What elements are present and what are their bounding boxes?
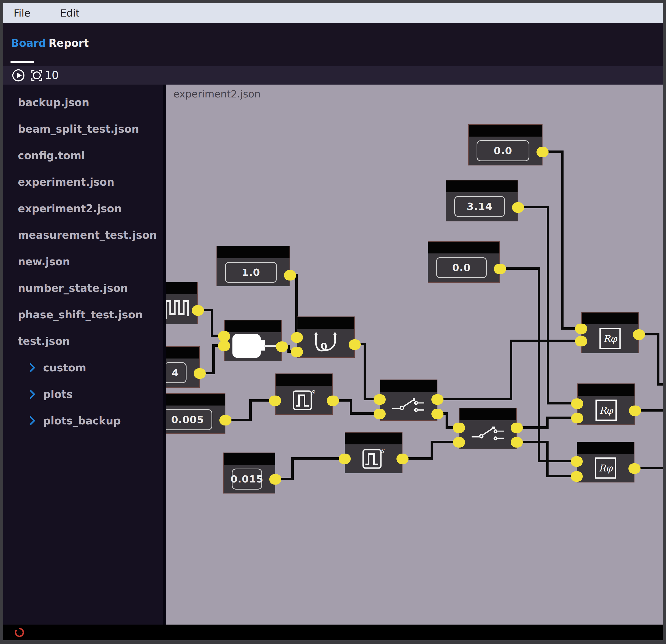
input-port[interactable] bbox=[218, 331, 230, 341]
input-port[interactable] bbox=[373, 394, 386, 405]
sidebar-file-new.json[interactable]: new.json bbox=[18, 255, 70, 268]
sidebar-file-phase_shift_test.json[interactable]: phase_shift_test.json bbox=[18, 308, 143, 321]
output-port[interactable] bbox=[349, 339, 361, 350]
node-number-mid[interactable]: 0.0 bbox=[428, 241, 500, 283]
output-port[interactable] bbox=[633, 329, 645, 340]
output-port[interactable] bbox=[629, 406, 641, 416]
node-header[interactable] bbox=[224, 453, 275, 465]
node-header[interactable] bbox=[297, 317, 354, 329]
node-pulse-1[interactable]: s bbox=[275, 374, 333, 415]
node-header[interactable] bbox=[469, 125, 542, 137]
node-header[interactable] bbox=[166, 394, 225, 406]
node-header[interactable] bbox=[582, 312, 638, 324]
input-port[interactable] bbox=[269, 396, 281, 406]
node-comb-source[interactable] bbox=[166, 282, 198, 324]
output-port[interactable] bbox=[628, 463, 641, 474]
output-port[interactable] bbox=[512, 202, 524, 213]
output-port[interactable] bbox=[511, 423, 523, 433]
output-port[interactable] bbox=[537, 147, 548, 157]
value-field[interactable]: 1.0 bbox=[225, 262, 277, 283]
input-port[interactable] bbox=[339, 453, 351, 464]
svg-text:Rφ: Rφ bbox=[603, 333, 617, 344]
input-port[interactable] bbox=[571, 456, 583, 467]
node-header[interactable] bbox=[166, 347, 199, 358]
input-port[interactable] bbox=[291, 347, 303, 357]
value-field[interactable]: 0.0 bbox=[436, 257, 487, 278]
play-icon[interactable] bbox=[12, 69, 25, 82]
node-number-0005[interactable]: 0.005 bbox=[166, 393, 225, 434]
node-header[interactable] bbox=[577, 442, 634, 454]
input-port[interactable] bbox=[373, 409, 386, 419]
sidebar-file-measurement_test.json[interactable]: measurement_test.json bbox=[18, 229, 157, 242]
menu-file[interactable]: File bbox=[14, 3, 31, 23]
output-port[interactable] bbox=[494, 264, 506, 274]
input-port[interactable] bbox=[575, 336, 587, 346]
output-port[interactable] bbox=[269, 474, 281, 485]
sidebar-file-test.json[interactable]: test.json bbox=[18, 335, 70, 348]
node-number-one[interactable]: 1.0 bbox=[216, 246, 290, 286]
input-port[interactable] bbox=[571, 398, 583, 409]
wire-13 bbox=[538, 267, 540, 462]
output-port[interactable] bbox=[432, 409, 443, 419]
output-port[interactable] bbox=[432, 394, 443, 405]
node-header[interactable] bbox=[578, 384, 634, 396]
iteration-count[interactable]: 10 bbox=[45, 69, 58, 82]
node-header[interactable] bbox=[225, 320, 281, 332]
value-field[interactable]: 0.0 bbox=[477, 140, 529, 161]
fit-selection-icon[interactable] bbox=[30, 69, 43, 82]
node-phase-shift-3[interactable]: Rφ bbox=[577, 442, 634, 482]
input-port[interactable] bbox=[571, 471, 583, 482]
file-sidebar[interactable]: backup.jsonbeam_split_test.jsonconfig.to… bbox=[3, 85, 166, 625]
output-port[interactable] bbox=[276, 341, 288, 352]
input-port[interactable] bbox=[291, 332, 303, 343]
node-header[interactable] bbox=[459, 408, 516, 420]
node-header[interactable] bbox=[380, 380, 437, 392]
output-port[interactable] bbox=[397, 453, 408, 464]
sidebar-file-number_state.json[interactable]: number_state.json bbox=[18, 282, 128, 295]
input-port[interactable] bbox=[453, 437, 465, 448]
value-field[interactable]: 0.015 bbox=[232, 468, 262, 489]
node-phase-shift-2[interactable]: Rφ bbox=[577, 383, 635, 425]
output-port[interactable] bbox=[192, 305, 204, 316]
node-header[interactable] bbox=[166, 282, 197, 294]
node-canvas[interactable]: experiment2.json 0.03.140.01.040.005s0.0… bbox=[166, 85, 663, 625]
tab-board[interactable]: Board bbox=[11, 35, 46, 51]
sidebar-file-backup.json[interactable]: backup.json bbox=[18, 96, 89, 109]
node-header[interactable] bbox=[428, 242, 500, 253]
input-port[interactable] bbox=[571, 413, 583, 423]
sidebar-folder-custom[interactable]: custom bbox=[29, 361, 86, 374]
menu-edit[interactable]: Edit bbox=[60, 3, 80, 23]
node-number-top[interactable]: 0.0 bbox=[468, 124, 543, 165]
output-port[interactable] bbox=[511, 437, 523, 448]
node-header[interactable] bbox=[276, 374, 332, 386]
node-number-0015[interactable]: 0.015 bbox=[223, 452, 275, 494]
value-field[interactable]: 3.14 bbox=[454, 196, 505, 217]
input-port[interactable] bbox=[218, 341, 230, 351]
value-field[interactable]: 4 bbox=[166, 362, 187, 383]
input-port[interactable] bbox=[575, 324, 587, 334]
node-phase-shift-1[interactable]: Rφ bbox=[581, 312, 639, 353]
sidebar-folder-plots[interactable]: plots bbox=[29, 388, 73, 401]
output-port[interactable] bbox=[327, 396, 339, 406]
node-number-four[interactable]: 4 bbox=[166, 346, 200, 388]
node-header[interactable] bbox=[446, 180, 518, 192]
node-switch-1[interactable] bbox=[380, 379, 437, 421]
node-fiber-loop[interactable] bbox=[297, 317, 355, 358]
sidebar-file-experiment2.json[interactable]: experiment2.json bbox=[18, 202, 122, 215]
node-number-pi[interactable]: 3.14 bbox=[446, 180, 518, 221]
sidebar-file-beam_split_test.json[interactable]: beam_split_test.json bbox=[18, 122, 139, 136]
node-coupler[interactable] bbox=[224, 320, 282, 361]
sidebar-file-config.toml[interactable]: config.toml bbox=[18, 149, 85, 162]
input-port[interactable] bbox=[453, 423, 465, 433]
sidebar-folder-plots_backup[interactable]: plots_backup bbox=[29, 414, 121, 427]
node-pulse-2[interactable]: s bbox=[345, 432, 403, 473]
tab-report[interactable]: Report bbox=[49, 35, 89, 51]
output-port[interactable] bbox=[284, 270, 296, 281]
node-header[interactable] bbox=[345, 433, 402, 444]
sidebar-file-experiment.json[interactable]: experiment.json bbox=[18, 176, 114, 189]
output-port[interactable] bbox=[194, 368, 206, 379]
node-switch-2[interactable] bbox=[459, 408, 517, 449]
output-port[interactable] bbox=[220, 415, 231, 426]
node-header[interactable] bbox=[217, 246, 290, 258]
value-field[interactable]: 0.005 bbox=[166, 409, 212, 430]
